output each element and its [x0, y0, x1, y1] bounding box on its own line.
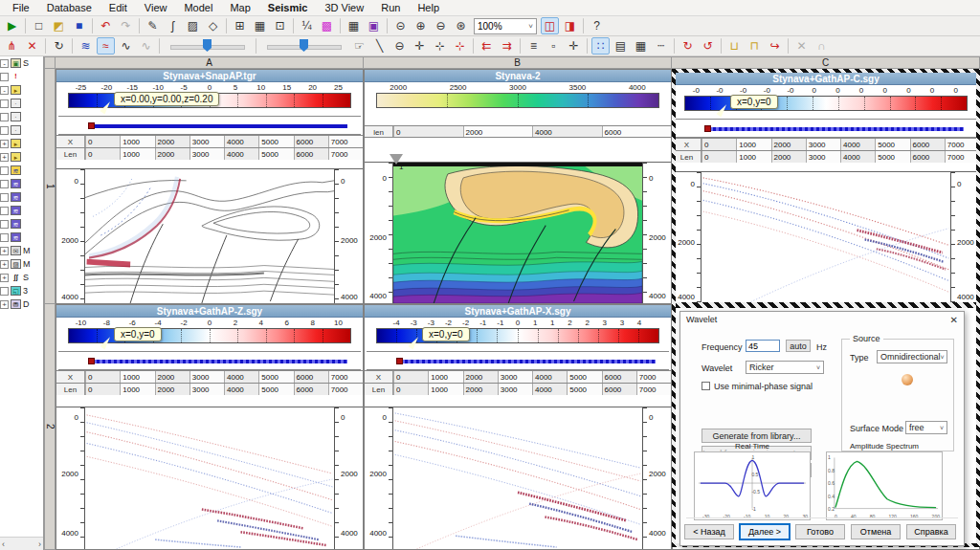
tile-windows-button[interactable]: ▦: [251, 17, 269, 34]
toolbar-separator[interactable]: [520, 38, 521, 54]
menu-item[interactable]: View: [136, 1, 176, 14]
panel-c-gather[interactable]: Stynava+GathAP-C.sgy -0-0-0-0-00000000 x…: [672, 69, 980, 304]
wiggle-traces-alt-button[interactable]: ∿: [137, 37, 155, 55]
tree-expand-toggle[interactable]: [0, 180, 9, 188]
arcs-display-button[interactable]: ≈: [97, 37, 115, 55]
tree-item-seismic-file[interactable]: ≋: [0, 204, 43, 217]
tree-item-folder-open[interactable]: - ▸: [0, 83, 43, 97]
plot-area[interactable]: 020004000: [56, 407, 363, 549]
menu-item[interactable]: Model: [175, 1, 221, 14]
source-marker[interactable]: [704, 125, 711, 132]
toolbar-separator[interactable]: [587, 38, 588, 54]
tree-expand-toggle[interactable]: +: [0, 274, 9, 282]
dots-row-button[interactable]: ┄: [652, 37, 670, 55]
cut-button[interactable]: ✕: [792, 37, 811, 55]
toolbar-separator[interactable]: [721, 38, 722, 54]
line-select-button[interactable]: ╲: [370, 37, 389, 55]
tree-expand-toggle[interactable]: +: [0, 260, 9, 269]
help-button[interactable]: Справка: [906, 524, 956, 539]
frequency-input[interactable]: [746, 340, 780, 352]
tree-expand-toggle[interactable]: [0, 193, 9, 202]
refresh-button[interactable]: ↻: [50, 37, 68, 55]
plot-area[interactable]: 020004000: [673, 171, 979, 303]
toolbar-separator[interactable]: [473, 38, 474, 54]
plot-area[interactable]: 020004000: [56, 168, 363, 303]
tree-expand-toggle[interactable]: [0, 287, 9, 296]
pick-tool-button[interactable]: ⋔: [3, 37, 21, 55]
menu-item[interactable]: Seismic: [259, 1, 317, 14]
tree-expand-toggle[interactable]: [0, 207, 9, 215]
redo-button[interactable]: ↷: [117, 17, 135, 34]
undo-button[interactable]: ↶: [97, 17, 115, 34]
tree-item-model[interactable]: + ▨ M: [0, 257, 43, 271]
tree-horizontal-scrollbar[interactable]: ‹ ›: [0, 537, 43, 550]
tree-item-folder[interactable]: + ▸: [0, 137, 43, 150]
receiver-line[interactable]: [399, 360, 656, 363]
zoom-extent-button[interactable]: ⊛: [452, 17, 470, 34]
toolbar-separator[interactable]: [139, 18, 140, 33]
toolbar-separator[interactable]: [92, 18, 93, 33]
dotted-frame-button[interactable]: ▫: [545, 37, 563, 55]
tree-expand-toggle[interactable]: [0, 220, 9, 229]
toolbar-separator[interactable]: [45, 38, 46, 54]
grid-dense-button[interactable]: ▦: [632, 37, 650, 55]
source-line-strip[interactable]: x=0,y=0: [675, 119, 977, 138]
scale-slider[interactable]: [263, 38, 345, 54]
back-button[interactable]: < Назад: [684, 524, 734, 539]
colorbar[interactable]: [376, 93, 659, 108]
tree-item-seismic-file[interactable]: ≋: [0, 164, 43, 177]
tree-item-3d-view[interactable]: ◱ 3: [0, 284, 43, 297]
dialog-title-bar[interactable]: Wavelet ✕: [680, 312, 964, 327]
generate-from-library-button[interactable]: Generate from library...: [702, 429, 812, 443]
toolbar-separator[interactable]: [674, 38, 675, 54]
cursor-box-red-button[interactable]: ⊹: [451, 37, 469, 55]
toolbar-separator[interactable]: [340, 18, 341, 33]
grid-edit-button[interactable]: ▤: [612, 37, 630, 55]
receiver-line[interactable]: [91, 124, 347, 128]
menu-item[interactable]: Edit: [100, 1, 136, 14]
zoom-out-button[interactable]: ⊖: [432, 17, 450, 34]
source-line-strip[interactable]: x=0.00,y=0.00,z=0.20: [58, 116, 361, 135]
layers-display-button[interactable]: ≋: [77, 37, 95, 55]
tree-item-alert[interactable]: !: [0, 70, 43, 83]
wavelet-dialog[interactable]: Wavelet ✕ Frequency auto Hz Wavelet Rick…: [679, 311, 965, 546]
magenta-tiles-button[interactable]: ▩: [318, 17, 336, 34]
row-header-1[interactable]: 1: [44, 69, 56, 304]
tree-item-sub[interactable]: ·: [0, 123, 43, 137]
wiggle-traces-button[interactable]: ∿: [117, 37, 135, 55]
plot-area[interactable]: 020004000: [365, 407, 671, 549]
menu-item[interactable]: Help: [409, 1, 448, 14]
auto-button[interactable]: auto: [786, 340, 811, 352]
tree-item-folder[interactable]: + ▸: [0, 150, 43, 164]
tree-expand-toggle[interactable]: [0, 166, 9, 175]
shift-left-button[interactable]: ⇇: [478, 37, 496, 55]
toolbar-separator[interactable]: [293, 18, 294, 33]
toolbar-separator[interactable]: [226, 18, 227, 33]
gain-slider[interactable]: [167, 38, 249, 54]
tree-item-seismic-file[interactable]: ≋: [0, 177, 43, 190]
next-button[interactable]: Далее >: [740, 524, 790, 539]
zoom-in-button[interactable]: ⊕: [412, 17, 430, 34]
panel-x-gather[interactable]: Stynava+GathAP-X.sgy -4-3-3-2-2-1-101122…: [364, 304, 672, 550]
layout-grid-button[interactable]: ◫: [541, 17, 559, 34]
source-line-strip[interactable]: x=0,y=0: [367, 351, 669, 370]
surface-mode-select[interactable]: free˅: [905, 421, 947, 434]
tree-item-database[interactable]: + ⛃ D: [0, 297, 43, 311]
panel-b-velocity-model[interactable]: Stynava-2 20002500300035004000 len 02000…: [364, 69, 672, 304]
finish-button[interactable]: Готово: [795, 524, 845, 539]
cursor-box-button[interactable]: ⊹: [431, 37, 449, 55]
gather-view[interactable]: [85, 407, 334, 549]
tree-expand-toggle[interactable]: +: [0, 247, 9, 255]
move-cross-button[interactable]: ✛: [565, 37, 583, 55]
tree-expand-toggle[interactable]: -: [0, 59, 9, 68]
source-marker[interactable]: [88, 122, 95, 129]
run-button[interactable]: ▶: [3, 17, 21, 34]
window-a-button[interactable]: ⊔: [725, 37, 744, 55]
arc-tool-button[interactable]: ∩: [813, 37, 831, 55]
cancel-button[interactable]: Отмена: [851, 524, 901, 539]
source-marker[interactable]: [396, 358, 403, 364]
add-window-button[interactable]: ⊞: [231, 17, 249, 34]
panel-a-snapshot[interactable]: Stynava+SnapAP.tgr -25-20-15-10-50510152…: [56, 69, 364, 304]
model-3d-button[interactable]: ◇: [204, 17, 222, 34]
minimal-phase-checkbox[interactable]: [702, 382, 710, 390]
